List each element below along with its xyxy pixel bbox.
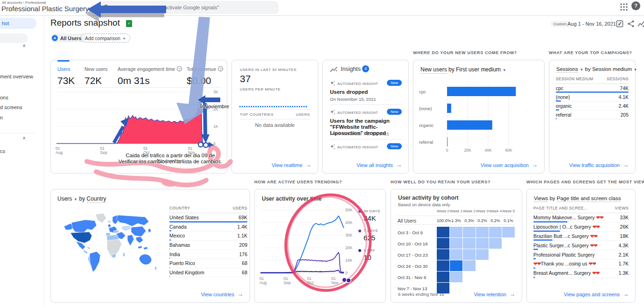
- table-row: Puerto Rico68: [169, 259, 247, 268]
- all-users-value: 0.1%: [502, 218, 515, 223]
- insight-title[interactable]: Users dropped: [330, 89, 401, 95]
- search-input[interactable]: [112, 4, 279, 11]
- breadcrumb-all-accounts[interactable]: All accounts: [2, 0, 22, 5]
- share-icon[interactable]: [627, 20, 635, 28]
- view-countries-link[interactable]: View countries→: [201, 291, 243, 298]
- table-row: organic2.4K: [556, 102, 629, 111]
- breadcrumb[interactable]: All accounts › Professional: [2, 0, 46, 5]
- section-new-users: WHERE DO YOUR NEW USERS COME FROM?: [413, 50, 517, 55]
- insights-toolbar-icon[interactable]: [637, 20, 644, 28]
- sidebar-item-realtime[interactable]: [0, 34, 28, 43]
- property-title[interactable]: Professional Plastic Surgery ...: [1, 5, 97, 13]
- sidebar-item-pages-and-screens[interactable]: d screens: [0, 105, 22, 110]
- add-comparison-label: Add comparison: [85, 35, 120, 41]
- view-retention-link[interactable]: View retention→: [474, 291, 515, 298]
- acquisition-selector[interactable]: New users by First user medium ▾: [420, 66, 506, 73]
- help-icon[interactable]: ?: [631, 1, 640, 10]
- metric-selector[interactable]: New users: [420, 66, 447, 74]
- view-all-insights-link[interactable]: View all insights→: [357, 161, 402, 168]
- date-range-selector[interactable]: Aug 1 - Nov 16, 2021 ▾: [567, 21, 622, 27]
- overview-card: Users 73K New users 72K Average engageme…: [50, 60, 227, 174]
- dimension-selector[interactable]: Page title and screen class: [557, 195, 621, 202]
- chevron-down-icon: ▾: [581, 67, 583, 72]
- by-label: by: [79, 195, 85, 202]
- by-label: by: [550, 195, 555, 201]
- metric-tab-total-revenue[interactable]: Total revenue? $0.00: [187, 66, 223, 86]
- divider: [330, 139, 402, 140]
- view-user-acquisition-link[interactable]: View user acquisition→: [481, 161, 538, 168]
- cohort-cell: [463, 238, 476, 249]
- per-minute-label: USERS PER MINUTE: [240, 87, 280, 91]
- pages-selector[interactable]: Views by Page title and screen class: [534, 195, 621, 201]
- sidebar-item-reports-snapshot[interactable]: hot: [0, 18, 36, 29]
- week-header: Week 2: [463, 209, 476, 213]
- search-box[interactable]: [99, 1, 279, 14]
- apps-grid-icon[interactable]: [620, 3, 628, 11]
- legend-value: 625: [364, 234, 375, 242]
- section-retention: HOW WELL DO YOU RETAIN YOUR USERS?: [391, 180, 490, 184]
- row-label: Brazilian Butt ...c Surgery ❤❤: [533, 233, 597, 239]
- table-row: cpc74K: [556, 84, 629, 93]
- row-value: 68: [242, 270, 247, 275]
- sidebar-item-retention[interactable]: n: [0, 115, 3, 120]
- chevron-up-icon[interactable]: ∧: [22, 135, 26, 140]
- sidebar-item-engagement-overview[interactable]: ment overview: [0, 74, 33, 79]
- row-value: 69K: [238, 215, 247, 220]
- breadcrumb-account[interactable]: Professional: [25, 0, 46, 5]
- category-label: (none): [419, 106, 432, 111]
- chevron-up-icon[interactable]: ∧: [22, 43, 26, 48]
- metric-selector[interactable]: Users: [57, 195, 72, 202]
- countries-selector[interactable]: Users ▾ by Country: [57, 195, 106, 202]
- row-label: Canada: [169, 224, 187, 230]
- row-label: Mommy Makeove... Surgery ❤❤: [533, 215, 603, 220]
- table-row: Canada1.4K: [169, 223, 247, 232]
- y-axis-label: 0: [213, 141, 216, 146]
- cohort-cell: [463, 227, 476, 237]
- metric-selector[interactable]: Sessions: [556, 66, 578, 73]
- campaigns-selector[interactable]: Sessions ▾ by Session medium ▾: [556, 66, 637, 72]
- cohort-cell: [502, 227, 515, 237]
- dimension-selector[interactable]: by First user medium: [448, 66, 501, 73]
- campaigns-table: SESSION MEDIUMSESSIONScpc74K(none)4.1Kor…: [556, 77, 629, 119]
- metric-tab-new-users[interactable]: New users 72K: [84, 66, 108, 86]
- edit-comparison-icon[interactable]: [616, 20, 623, 28]
- x-axis-label: Sep: [284, 280, 291, 285]
- column-header: VIEWS: [615, 206, 629, 210]
- cohort-subtitle: Based on device data only: [398, 202, 450, 207]
- help-icon[interactable]: ?: [218, 66, 223, 71]
- dimension-selector[interactable]: Country: [87, 195, 106, 203]
- automated-insight-tag: AUTOMATED INSIGHT: [337, 145, 378, 149]
- metric-tab-users[interactable]: Users 73K: [57, 66, 75, 86]
- view-traffic-acquisition-link[interactable]: View traffic acquisition→: [569, 161, 629, 168]
- all-users-value: 100.0%: [437, 218, 449, 223]
- divider: [240, 109, 311, 110]
- legend-value: 10: [364, 253, 371, 261]
- view-pages-and-screens-link[interactable]: View pages and screens→: [564, 291, 629, 298]
- row-value: 1.3K: [618, 270, 629, 276]
- pages-table: PAGE TITLE AND SCREE...VIEWSMommy Makeov…: [533, 206, 629, 278]
- automated-insight-tag: AUTOMATED INSIGHT: [337, 111, 378, 115]
- metric-label: Average engagement time: [118, 66, 175, 72]
- x-axis-label: Oct: [307, 280, 313, 285]
- dimension-selector[interactable]: by Session medium: [585, 66, 632, 72]
- category-label: referral: [419, 140, 433, 145]
- cohort-cell: [489, 227, 502, 237]
- ga4-reports-snapshot: All accounts › Professional Professional…: [0, 0, 644, 307]
- table-row: Bahamas209: [169, 241, 247, 250]
- sidebar-item-conversions[interactable]: ons: [0, 95, 8, 100]
- row-label: United States: [169, 215, 199, 220]
- page-title-text: Reports snapshot: [50, 18, 120, 28]
- row-bar: [169, 276, 170, 277]
- view-realtime-link[interactable]: View realtime→: [272, 161, 311, 168]
- help-icon[interactable]: ?: [177, 66, 182, 71]
- week-header: Week 5: [502, 209, 515, 213]
- week-header: Week 3: [476, 209, 489, 213]
- sidebar-item-demographics[interactable]: cs: [0, 148, 5, 154]
- divider: [330, 105, 402, 105]
- metric-tab-engagement-time[interactable]: Average engagement time? 0m 31s: [118, 66, 182, 86]
- no-data-message: No data available: [232, 122, 318, 128]
- add-comparison-button[interactable]: Add comparison +: [80, 34, 130, 42]
- metric-selector[interactable]: Views: [534, 195, 548, 202]
- card-divider: [57, 87, 221, 88]
- table-row: (none)4.1K: [556, 93, 629, 102]
